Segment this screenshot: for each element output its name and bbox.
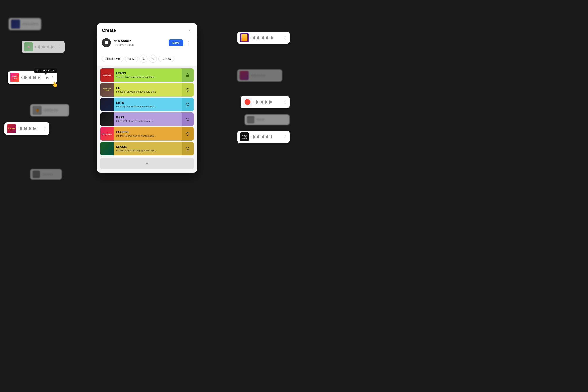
stack-icon bbox=[102, 38, 111, 47]
track-info-chords: CHORDS mb fsb 75 pad loop fm floating sp… bbox=[114, 127, 182, 141]
track-thumb-fx: ICED OUT GEMS bbox=[100, 83, 114, 96]
filter-button[interactable] bbox=[140, 55, 148, 63]
track-tags-keys: soulsurplus foundfootage melodic l... bbox=[116, 105, 179, 108]
refresh-icon-keys bbox=[186, 102, 190, 107]
refresh-icon-drums bbox=[186, 146, 190, 151]
modal-overlay: Create × New Stack* 124 BPM • D min Save… bbox=[0, 0, 294, 196]
track-info-fx: FX rku iog fx background loop cord 16... bbox=[114, 83, 182, 96]
svg-point-11 bbox=[188, 76, 188, 76]
new-label: New bbox=[166, 57, 171, 60]
track-thumb-leads: SWEET LIES bbox=[100, 68, 114, 82]
lock-icon bbox=[186, 73, 190, 78]
track-row-chords[interactable]: FM Sound Box CHORDS mb fsb 75 pad loop f… bbox=[100, 127, 194, 141]
track-row-keys[interactable]: KEYS soulsurplus foundfootage melodic l.… bbox=[100, 98, 194, 111]
track-thumb-keys bbox=[100, 98, 114, 111]
track-name-leads: LEADS bbox=[116, 72, 179, 75]
modal-title-row: Create × bbox=[102, 28, 192, 33]
track-action-keys[interactable] bbox=[182, 98, 194, 111]
refresh-icon-bass bbox=[186, 117, 190, 122]
modal-title: Create bbox=[102, 28, 116, 33]
track-row-fx[interactable]: ICED OUT GEMS FX rku iog fx background l… bbox=[100, 83, 194, 96]
track-tags-chords: mb fsb 75 pad loop fm floating spa... bbox=[116, 134, 179, 138]
track-action-chords[interactable] bbox=[182, 127, 194, 141]
stack-name-area: New Stack* 124 BPM • D min bbox=[113, 39, 166, 46]
pick-style-button[interactable]: Pick a style bbox=[102, 56, 123, 62]
track-tags-bass: ff fst 127 kit loop crude bass cmin bbox=[116, 120, 179, 123]
track-row-drums[interactable]: DRUMS ts neon 118 drum loop grooves nyc.… bbox=[100, 142, 194, 155]
bpm-button[interactable]: BPM bbox=[125, 56, 138, 62]
toolbar-row: Pick a style BPM bbox=[97, 52, 197, 66]
modal-close-button[interactable]: × bbox=[186, 28, 192, 33]
track-thumb-chords: FM Sound Box bbox=[100, 127, 114, 141]
svg-point-7 bbox=[143, 58, 143, 58]
refresh-icon-fx bbox=[186, 88, 190, 92]
create-modal: Create × New Stack* 124 BPM • D min Save… bbox=[97, 24, 197, 172]
track-thumb-drums bbox=[100, 142, 114, 155]
save-button[interactable]: Save bbox=[169, 40, 183, 46]
track-name-keys: KEYS bbox=[116, 101, 179, 104]
track-info-bass: BASS ff fst 127 kit loop crude bass cmin bbox=[114, 112, 182, 126]
modal-header: Create × New Stack* 124 BPM • D min Save… bbox=[97, 24, 197, 52]
track-info-keys: KEYS soulsurplus foundfootage melodic l.… bbox=[114, 98, 182, 111]
stack-name: New Stack* bbox=[113, 39, 166, 43]
undo-button[interactable] bbox=[149, 55, 157, 63]
new-button[interactable]: New bbox=[158, 56, 174, 62]
track-tags-drums: ts neon 118 drum loop grooves nyc... bbox=[116, 149, 179, 152]
tracks-list: SWEET LIES LEADS 91v slu 124 vocal hook … bbox=[97, 66, 197, 158]
stack-icon-inner bbox=[105, 41, 108, 44]
track-name-drums: DRUMS bbox=[116, 145, 179, 148]
stack-more-button[interactable]: ⋮ bbox=[186, 40, 192, 46]
filter-icon bbox=[142, 57, 145, 60]
stack-meta: 124 BPM • D min bbox=[113, 43, 166, 46]
track-action-drums[interactable] bbox=[182, 142, 194, 155]
track-name-fx: FX bbox=[116, 86, 179, 90]
track-row-leads[interactable]: SWEET LIES LEADS 91v slu 124 vocal hook … bbox=[100, 68, 194, 82]
stack-info-row: New Stack* 124 BPM • D min Save ⋮ bbox=[102, 36, 192, 49]
track-name-bass: BASS bbox=[116, 116, 179, 119]
track-name-chords: CHORDS bbox=[116, 130, 179, 134]
svg-point-8 bbox=[144, 58, 144, 59]
track-action-fx[interactable] bbox=[182, 83, 194, 96]
svg-point-9 bbox=[144, 60, 144, 60]
track-action-leads[interactable] bbox=[182, 68, 194, 82]
track-thumb-bass bbox=[100, 112, 114, 126]
refresh-icon-chords bbox=[186, 132, 190, 136]
track-info-drums: DRUMS ts neon 118 drum loop grooves nyc.… bbox=[114, 142, 182, 155]
track-action-bass[interactable] bbox=[182, 112, 194, 126]
track-info-leads: LEADS 91v slu 124 vocal hook im right he… bbox=[114, 68, 182, 82]
track-row-bass[interactable]: BASS ff fst 127 kit loop crude bass cmin bbox=[100, 112, 194, 126]
track-tags-leads: 91v slu 124 vocal hook im right her... bbox=[116, 76, 179, 78]
track-tags-fx: rku iog fx background loop cord 16... bbox=[116, 90, 179, 93]
undo-icon bbox=[151, 57, 154, 60]
new-refresh-icon bbox=[162, 57, 164, 60]
add-track-button[interactable]: + bbox=[100, 158, 194, 169]
